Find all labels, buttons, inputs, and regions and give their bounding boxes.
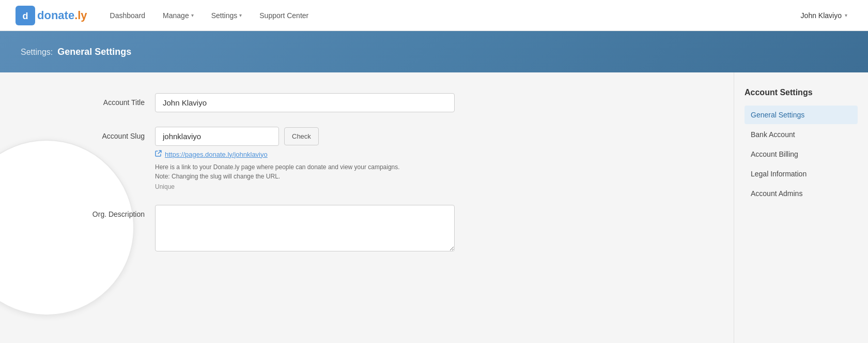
sidebar-title: Account Settings: [745, 88, 858, 97]
form-container: Account Title Account Slug Check: [62, 93, 455, 253]
nav-manage[interactable]: Manage ▾: [156, 7, 201, 24]
account-slug-label: Account Slug: [62, 127, 145, 140]
slug-url[interactable]: https://pages.donate.ly/johnklaviyo: [165, 151, 268, 158]
user-caret-icon: ▾: [845, 12, 847, 18]
logo-text: donate.ly: [37, 9, 87, 22]
sidebar-item-general-settings[interactable]: General Settings: [745, 106, 858, 124]
right-sidebar: Account Settings General Settings Bank A…: [734, 72, 868, 343]
svg-text:d: d: [23, 11, 28, 21]
account-slug-input-wrapper: Check https://pages.donate.ly/johnklaviy…: [155, 127, 455, 190]
account-title-input-wrapper: [155, 93, 455, 112]
logo[interactable]: d donate.ly: [16, 6, 87, 25]
slug-description: Here is a link to your Donate.ly page wh…: [155, 162, 403, 181]
page-title: General Settings: [57, 47, 131, 57]
sidebar-item-legal-information[interactable]: Legal Information: [745, 165, 858, 183]
account-slug-input[interactable]: [155, 127, 279, 146]
breadcrumb: Settings: General Settings: [21, 47, 131, 57]
external-link-icon: [155, 150, 162, 158]
breadcrumb-prefix: Settings:: [21, 48, 53, 56]
header-banner: Settings: General Settings: [0, 31, 868, 72]
slug-check-button[interactable]: Check: [284, 127, 319, 145]
account-title-row: Account Title: [62, 93, 455, 112]
slug-row: Check: [155, 127, 455, 146]
navbar-left: d donate.ly Dashboard Manage ▾ Settings …: [16, 6, 316, 25]
navbar: d donate.ly Dashboard Manage ▾ Settings …: [0, 0, 868, 31]
nav-settings[interactable]: Settings ▾: [204, 7, 250, 24]
user-menu[interactable]: John Klaviyo ▾: [796, 8, 853, 23]
slug-link-row: https://pages.donate.ly/johnklaviyo: [155, 150, 455, 158]
nav-dashboard[interactable]: Dashboard: [103, 7, 153, 24]
org-description-label: Org. Description: [62, 205, 145, 218]
org-description-input[interactable]: [155, 205, 455, 251]
logo-icon: d: [16, 6, 35, 25]
sidebar-item-account-admins[interactable]: Account Admins: [745, 184, 858, 203]
sidebar-nav: General Settings Bank Account Account Bi…: [745, 106, 858, 203]
settings-caret-icon: ▾: [239, 12, 242, 18]
content-area: Account Title Account Slug Check: [0, 72, 734, 343]
org-description-input-wrapper: [155, 205, 455, 253]
account-title-input[interactable]: [155, 93, 455, 112]
sidebar-item-account-billing[interactable]: Account Billing: [745, 145, 858, 163]
main-content: Account Title Account Slug Check: [0, 72, 868, 343]
org-description-row: Org. Description: [62, 205, 455, 253]
account-title-label: Account Title: [62, 93, 145, 107]
manage-caret-icon: ▾: [191, 12, 194, 18]
nav-support-center[interactable]: Support Center: [252, 7, 316, 24]
nav-links: Dashboard Manage ▾ Settings ▾ Support Ce…: [103, 7, 316, 24]
user-name: John Klaviyo: [801, 11, 842, 20]
sidebar-item-bank-account[interactable]: Bank Account: [745, 125, 858, 144]
account-slug-row: Account Slug Check https://page: [62, 127, 455, 190]
navbar-right: John Klaviyo ▾: [796, 8, 853, 23]
slug-unique-note: Unique: [155, 183, 455, 190]
